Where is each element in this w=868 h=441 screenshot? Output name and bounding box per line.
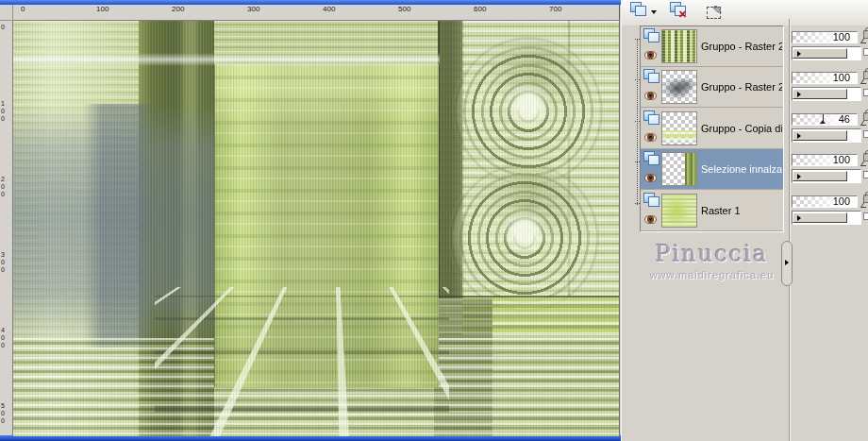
vruler-label: 400 bbox=[1, 327, 8, 349]
blend-dropdown-button[interactable] bbox=[793, 212, 847, 223]
blend-dropdown-button[interactable] bbox=[793, 130, 847, 141]
vruler-label: 100 bbox=[1, 100, 8, 123]
watermark-title: Pinuccia bbox=[640, 241, 784, 267]
opacity-slider-handle[interactable] bbox=[819, 114, 827, 125]
layer-name[interactable]: Raster 1 bbox=[701, 205, 782, 217]
layer-thumbnail[interactable] bbox=[661, 29, 697, 63]
blend-dropdown-button[interactable] bbox=[793, 171, 847, 181]
layer-thumbnail[interactable] bbox=[661, 70, 697, 104]
layers-toolbar bbox=[622, 0, 868, 25]
blend-mode-select[interactable]: Normale bbox=[792, 87, 861, 101]
layer-row-gruppo-raster2-mid[interactable]: Gruppo - Raster 2 bbox=[641, 67, 783, 108]
link-checkbox[interactable] bbox=[863, 171, 868, 178]
layer-thumbnail[interactable] bbox=[661, 152, 697, 186]
hruler-label: 100 bbox=[96, 5, 108, 13]
visibility-eye-icon[interactable] bbox=[644, 174, 657, 182]
palette-splitter-handle[interactable] bbox=[781, 241, 793, 286]
layer-group-icon bbox=[643, 193, 660, 208]
new-layer-icon bbox=[630, 2, 647, 17]
layer-thumbnail[interactable] bbox=[661, 111, 697, 145]
lock-icon[interactable] bbox=[863, 30, 868, 39]
link-checkbox[interactable] bbox=[863, 89, 868, 96]
blend-mode-select[interactable]: Normale bbox=[792, 211, 861, 225]
ruler-corner bbox=[0, 5, 13, 21]
delete-layer-button[interactable] bbox=[670, 2, 696, 24]
layer-name[interactable]: Gruppo - Copia diRa bbox=[701, 123, 782, 135]
lock-icon[interactable] bbox=[863, 195, 868, 203]
layer-group-icon bbox=[643, 28, 660, 43]
lock-icon[interactable] bbox=[863, 153, 868, 161]
lock-icon[interactable] bbox=[863, 71, 868, 79]
layer-row-gruppo-raster2-top[interactable]: Gruppo - Raster 2 bbox=[641, 26, 783, 67]
blend-dropdown-button[interactable] bbox=[793, 48, 847, 59]
opacity-slider[interactable]: 46 bbox=[792, 113, 858, 126]
layer-list: Gruppo - Raster 2 Gruppo - Raster 2 Grup… bbox=[640, 25, 784, 232]
visibility-eye-icon[interactable] bbox=[644, 215, 657, 224]
hruler-label: 700 bbox=[549, 5, 561, 13]
link-checkbox[interactable] bbox=[863, 48, 868, 56]
opacity-slider[interactable]: 100 bbox=[792, 195, 858, 208]
link-checkbox[interactable] bbox=[863, 212, 868, 220]
image-canvas[interactable] bbox=[13, 21, 620, 436]
layer-group-icon bbox=[643, 69, 660, 84]
chevron-down-icon[interactable] bbox=[651, 10, 657, 14]
hruler-label: 400 bbox=[323, 5, 335, 13]
new-layer-button[interactable] bbox=[630, 2, 657, 24]
layer-row-gruppo-copia[interactable]: Gruppo - Copia diRa bbox=[641, 109, 783, 149]
layer-row-raster1[interactable]: Raster 1 bbox=[641, 191, 783, 231]
opacity-slider[interactable]: 100 bbox=[792, 154, 858, 166]
layer-thumbnail[interactable] bbox=[661, 194, 697, 228]
hruler-label: 200 bbox=[172, 5, 184, 13]
blend-mode-select[interactable]: Differenza bbox=[792, 128, 861, 143]
edit-selection-button[interactable] bbox=[704, 2, 730, 24]
vruler-label: 200 bbox=[1, 176, 8, 198]
lock-icon[interactable] bbox=[863, 112, 868, 121]
horizontal-ruler[interactable]: 0 100 200 300 400 500 600 700 bbox=[13, 5, 620, 21]
layer-name[interactable]: Gruppo - Raster 2 bbox=[701, 41, 782, 53]
layer-group-link-line bbox=[637, 39, 638, 205]
hruler-label: 0 bbox=[21, 5, 25, 13]
blend-dropdown-button[interactable] bbox=[793, 89, 847, 99]
watermark-site: www.maidiregrafica.eu bbox=[629, 269, 794, 280]
visibility-eye-icon[interactable] bbox=[644, 133, 657, 142]
link-checkbox[interactable] bbox=[863, 130, 868, 138]
vertical-ruler[interactable]: 0 100 200 300 400 500 bbox=[0, 21, 13, 435]
canvas-texture-overlay bbox=[13, 21, 619, 436]
layer-group-icon bbox=[643, 151, 660, 166]
opacity-slider[interactable]: 100 bbox=[792, 31, 858, 43]
vruler-label: 0 bbox=[1, 24, 8, 31]
layer-row-selezione-innalzata[interactable]: Selezione innalzata bbox=[641, 149, 783, 190]
blend-mode-select[interactable]: Normale bbox=[792, 169, 861, 183]
layer-name[interactable]: Selezione innalzata bbox=[701, 163, 782, 176]
hruler-label: 300 bbox=[247, 5, 259, 13]
visibility-eye-icon[interactable] bbox=[644, 92, 657, 100]
hruler-label: 500 bbox=[398, 5, 410, 13]
vruler-label: 500 bbox=[1, 402, 8, 425]
visibility-eye-icon[interactable] bbox=[644, 51, 657, 59]
opacity-slider[interactable]: 100 bbox=[792, 72, 858, 84]
blend-mode-select[interactable]: Normale bbox=[792, 46, 861, 60]
layer-name[interactable]: Gruppo - Raster 2 bbox=[701, 81, 782, 93]
layers-palette: Gruppo - Raster 2 Gruppo - Raster 2 Grup… bbox=[621, 0, 868, 441]
app-root: { "rulers": { "horizontal": ["0", "100",… bbox=[0, 0, 868, 441]
vruler-label: 300 bbox=[1, 251, 8, 274]
layer-group-icon bbox=[643, 110, 660, 126]
hruler-label: 600 bbox=[474, 5, 486, 13]
